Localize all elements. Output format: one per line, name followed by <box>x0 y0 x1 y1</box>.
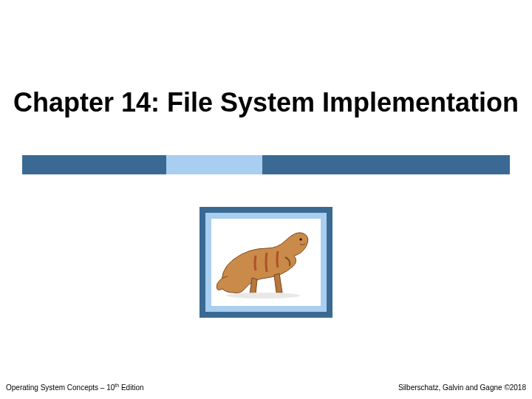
slide-title: Chapter 14: File System Implementation <box>0 87 532 118</box>
image-frame <box>200 207 332 318</box>
footer-left-pre: Operating System Concepts – 10 <box>6 383 115 392</box>
footer-right: Silberschatz, Galvin and Gagne ©2018 <box>398 383 526 392</box>
bar-segment-light <box>166 155 262 174</box>
image-frame-inner <box>205 213 327 312</box>
bar-segment-dark <box>262 155 510 174</box>
footer-left-post: Edition <box>119 383 143 392</box>
svg-point-1 <box>226 293 300 299</box>
footer-left: Operating System Concepts – 10th Edition <box>6 383 144 392</box>
decorative-bar <box>22 155 510 174</box>
bar-segment-dark <box>22 155 166 174</box>
svg-point-0 <box>299 238 301 240</box>
dinosaur-icon <box>211 219 321 306</box>
dinosaur-illustration <box>211 219 321 306</box>
